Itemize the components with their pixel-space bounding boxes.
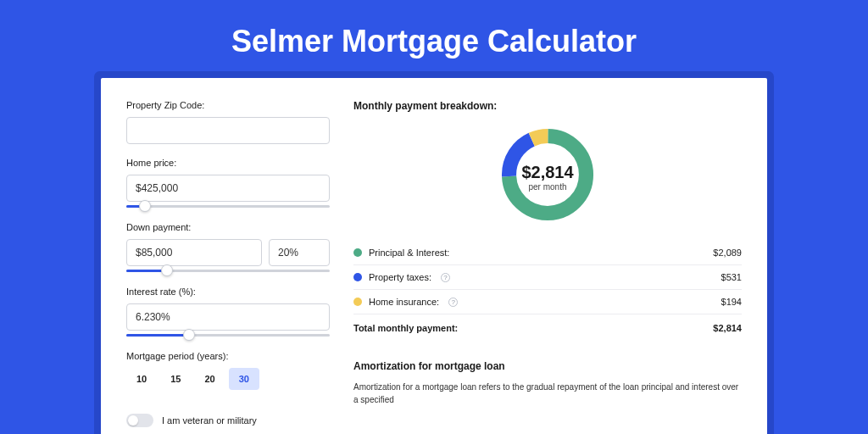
period-label: Mortgage period (years): [126,351,330,361]
info-icon[interactable]: ? [441,273,450,282]
calculator-card: Property Zip Code: Home price: Down paym… [101,78,767,434]
period-option-10[interactable]: 10 [126,368,157,390]
donut-center: $2,814 per month [521,163,573,192]
legend-value: $2,089 [713,248,742,258]
legend-dot [353,298,362,306]
form-panel: Property Zip Code: Home price: Down paym… [126,100,330,427]
slider-thumb[interactable] [161,264,173,276]
total-value: $2,814 [713,323,742,333]
period-field: Mortgage period (years): 10 15 20 30 [126,351,330,390]
legend-dot [353,273,362,281]
donut-chart: $2,814 per month [353,119,742,236]
period-segmented: 10 15 20 30 [126,368,330,390]
down-payment-label: Down payment: [126,222,330,232]
interest-input[interactable] [126,303,330,331]
legend-label: Home insurance: [369,297,439,307]
down-payment-slider[interactable] [126,270,330,273]
donut-subtext: per month [521,182,573,192]
veteran-row: I am veteran or military [126,414,330,427]
veteran-toggle[interactable] [126,414,153,427]
legend: Principal & Interest: $2,089 Property ta… [353,241,742,342]
down-payment-field: Down payment: [126,222,330,273]
legend-label: Principal & Interest: [369,248,449,258]
zip-input[interactable] [126,117,330,144]
legend-value: $531 [721,272,742,282]
down-payment-amount-input[interactable] [126,239,262,266]
legend-label: Property taxes: [369,272,431,282]
home-price-label: Home price: [126,158,330,168]
legend-dot [353,248,362,257]
page-title: Selmer Mortgage Calculator [0,0,868,78]
legend-row-insurance: Home insurance: ? $194 [353,290,742,314]
legend-total-row: Total monthly payment: $2,814 [353,314,742,342]
period-option-15[interactable]: 15 [160,368,191,390]
interest-label: Interest rate (%): [126,287,330,297]
legend-value: $194 [721,297,742,307]
total-label: Total monthly payment: [353,323,458,333]
veteran-label: I am veteran or military [162,415,257,426]
interest-field: Interest rate (%): [126,287,330,337]
home-price-input[interactable] [126,175,330,202]
zip-field: Property Zip Code: [126,100,330,144]
amortization-text: Amortization for a mortgage loan refers … [353,381,742,406]
period-option-20[interactable]: 20 [195,368,225,390]
slider-thumb[interactable] [139,200,151,212]
breakdown-panel: Monthly payment breakdown: $2,814 per mo… [353,100,742,427]
breakdown-title: Monthly payment breakdown: [353,100,742,112]
slider-thumb[interactable] [183,329,195,341]
legend-row-taxes: Property taxes: ? $531 [353,265,742,290]
legend-row-principal: Principal & Interest: $2,089 [353,241,742,265]
info-icon[interactable]: ? [448,298,458,307]
donut-total: $2,814 [521,163,573,182]
amortization-section: Amortization for mortgage loan Amortizat… [353,360,742,406]
period-option-30[interactable]: 30 [229,368,259,390]
interest-slider[interactable] [126,334,330,337]
home-price-field: Home price: [126,158,330,209]
amortization-title: Amortization for mortgage loan [353,360,742,372]
home-price-slider[interactable] [126,205,330,209]
zip-label: Property Zip Code: [126,100,330,110]
down-payment-percent-input[interactable] [269,239,330,266]
